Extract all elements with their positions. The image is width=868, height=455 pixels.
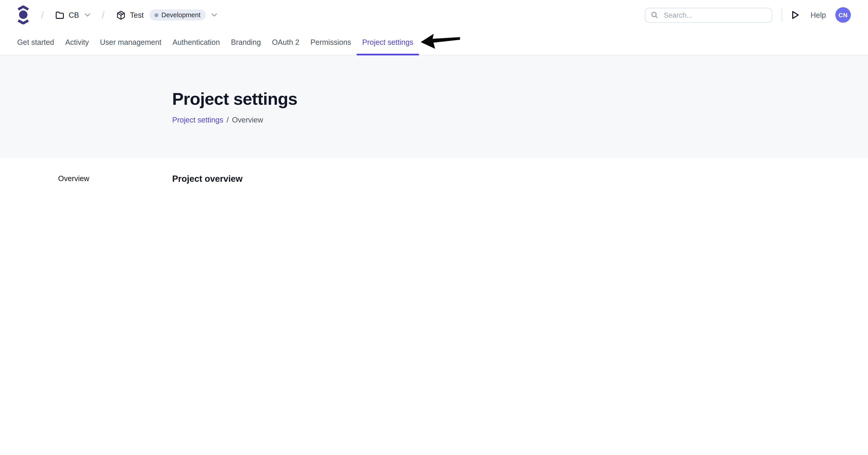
app-root: / CB / Test Development (0, 0, 868, 189)
tab-oauth2[interactable]: OAuth 2 (267, 30, 305, 55)
avatar[interactable]: CN (835, 7, 851, 23)
breadcrumb-separator: / (102, 9, 104, 21)
settings-sidebar: Overview API Keys Members Advanced Plans… (58, 173, 172, 189)
content: Overview API Keys Members Advanced Plans… (0, 158, 868, 189)
tab-branding[interactable]: Branding (225, 30, 267, 55)
package-icon (116, 10, 126, 20)
tab-activity[interactable]: Activity (60, 30, 94, 55)
project-name: Test (130, 11, 144, 19)
breadcrumb: Project settings / Overview (172, 116, 868, 124)
tab-project-settings[interactable]: Project settings (356, 30, 419, 55)
project-switcher[interactable]: Test Development (116, 9, 217, 21)
breadcrumb-current: Overview (232, 116, 263, 124)
status-dot-icon (154, 13, 158, 17)
topbar: / CB / Test Development (0, 0, 868, 30)
divider (782, 8, 782, 22)
tab-user-management[interactable]: User management (94, 30, 167, 55)
play-icon (792, 10, 800, 20)
sidebar-item-overview[interactable]: Overview (58, 173, 89, 184)
run-button[interactable] (792, 10, 800, 20)
logo[interactable] (17, 5, 29, 24)
breadcrumb-link[interactable]: Project settings (172, 116, 223, 124)
tab-bar: Get started Activity User management Aut… (0, 30, 868, 55)
topbar-right: Help CN (645, 7, 851, 23)
page-title: Project settings (172, 90, 868, 109)
tab-get-started[interactable]: Get started (12, 30, 60, 55)
org-name: CB (69, 11, 79, 19)
search-icon (651, 11, 658, 19)
org-switcher[interactable]: CB (55, 11, 90, 19)
folder-icon (55, 11, 64, 19)
main-panel: Project overview Environment Development… (172, 173, 673, 189)
help-link[interactable]: Help (811, 11, 826, 19)
chevron-down-icon (85, 13, 90, 17)
tab-authentication[interactable]: Authentication (167, 30, 225, 55)
chevron-down-icon (212, 13, 217, 17)
page-header: Project settings Project settings / Over… (0, 55, 868, 158)
section-title: Project overview (172, 173, 673, 184)
search-box (645, 7, 772, 23)
breadcrumb-separator: / (227, 116, 229, 124)
environment-badge: Development (149, 9, 206, 21)
breadcrumb-separator: / (41, 9, 43, 21)
logo-icon (17, 5, 29, 24)
environment-badge-label: Development (161, 11, 200, 19)
search-input[interactable] (662, 10, 766, 20)
tab-permissions[interactable]: Permissions (305, 30, 356, 55)
